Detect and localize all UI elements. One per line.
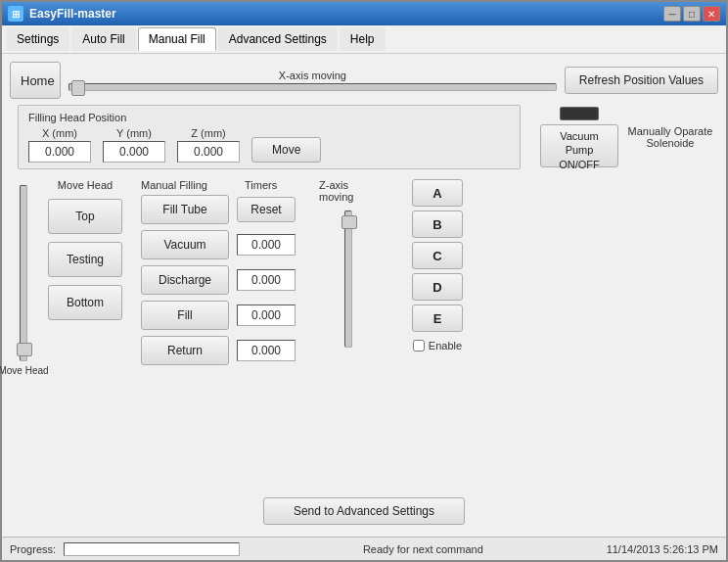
enable-row: Enable — [413, 340, 462, 351]
enable-checkbox[interactable] — [413, 340, 425, 351]
filling-head-section: Filling Head Position X (mm) Y (mm) Z (m… — [18, 105, 521, 169]
yaxis-slider-thumb[interactable] — [17, 343, 32, 356]
window-title: EasyFill-master — [29, 7, 116, 21]
send-advanced-settings-button[interactable]: Send to Advanced Settings — [263, 497, 465, 525]
move-button[interactable]: Move — [251, 137, 321, 163]
yaxis-area: Move Head — [10, 175, 37, 488]
tab-manual-fill[interactable]: Manual Fill — [138, 27, 216, 51]
vacuum-button[interactable]: Vacuum — [141, 230, 229, 259]
progress-bar — [64, 542, 240, 556]
xaxis-slider-track[interactable] — [68, 83, 557, 91]
move-head-title: Move Head — [58, 179, 113, 191]
fill-tube-button[interactable]: Fill Tube — [141, 195, 229, 224]
x-label: X (mm) — [42, 127, 77, 139]
solenoid-spacer: Manually Oparate Solenoide — [626, 125, 714, 149]
return-row: Return — [141, 336, 303, 365]
zaxis-area: Z-axis moving — [319, 179, 378, 488]
filling-timers-header: Manual Filling Timers — [141, 179, 303, 191]
fill-row: Fill — [141, 301, 303, 330]
vacuum-pump-area: Vacuum PumpON/OFF — [540, 107, 618, 167]
discharge-row: Discharge — [141, 265, 303, 295]
bottom-button[interactable]: Bottom — [48, 285, 122, 320]
xaxis-area: X-axis moving — [68, 70, 557, 91]
zaxis-label: Z-axis moving — [319, 179, 378, 203]
solenoid-a-button[interactable]: A — [412, 179, 463, 207]
fill-button[interactable]: Fill — [141, 301, 229, 330]
y-label: Y (mm) — [116, 127, 152, 139]
vacuum-timer-input[interactable] — [237, 234, 296, 256]
fill-tube-row: Fill Tube Reset — [141, 195, 303, 224]
maximize-button[interactable]: □ — [683, 6, 701, 22]
solenoid-d-button[interactable]: D — [412, 273, 463, 301]
return-button[interactable]: Return — [141, 336, 229, 365]
reset-button[interactable]: Reset — [237, 197, 296, 222]
zaxis-slider-thumb[interactable] — [341, 215, 357, 229]
manual-filling-title: Manual Filling — [141, 179, 229, 191]
solenoid-c-button[interactable]: C — [412, 242, 463, 269]
solenoid-b-button[interactable]: B — [412, 211, 463, 238]
z-input[interactable] — [177, 141, 240, 163]
x-input[interactable] — [28, 141, 91, 163]
z-axis-group: Z (mm) — [177, 127, 240, 163]
xaxis-slider-thumb[interactable] — [71, 80, 85, 96]
xaxis-label: X-axis moving — [279, 70, 346, 81]
top-row: Home X-axis moving Refresh Position Valu… — [10, 62, 718, 99]
tab-advanced-settings[interactable]: Advanced Settings — [218, 27, 338, 51]
window-controls: ─ □ ✕ — [663, 6, 720, 22]
status-text: Ready for next command — [248, 543, 599, 555]
refresh-position-button[interactable]: Refresh Position Values — [565, 67, 718, 94]
home-button[interactable]: Home — [10, 62, 61, 99]
vacuum-indicator — [560, 107, 599, 120]
middle-content: Move Head Move Head Top Testing Bottom M… — [10, 175, 718, 488]
testing-button[interactable]: Testing — [48, 242, 122, 277]
fill-timer-input[interactable] — [237, 304, 296, 326]
bottom-area: Send to Advanced Settings — [10, 493, 718, 529]
filling-timers-area: Manual Filling Timers Fill Tube Reset Va… — [141, 179, 303, 488]
datetime-text: 11/14/2013 5:26:13 PM — [607, 543, 718, 555]
close-button[interactable]: ✕ — [703, 6, 720, 22]
y-axis-group: Y (mm) — [103, 127, 165, 163]
discharge-button[interactable]: Discharge — [141, 265, 229, 295]
z-label: Z (mm) — [191, 127, 225, 139]
x-axis-group: X (mm) — [28, 127, 91, 163]
progress-label: Progress: — [10, 543, 56, 555]
tab-auto-fill[interactable]: Auto Fill — [71, 27, 135, 51]
main-window: ⊞ EasyFill-master ─ □ ✕ Settings Auto Fi… — [0, 0, 728, 562]
filling-head-title: Filling Head Position — [28, 112, 510, 123]
zaxis-slider-track[interactable] — [344, 211, 352, 348]
main-content: Home X-axis moving Refresh Position Valu… — [2, 54, 726, 537]
timers-title: Timers — [245, 179, 303, 191]
solenoid-section: A B C D E Enable — [393, 179, 481, 488]
title-bar-left: ⊞ EasyFill-master — [8, 6, 116, 22]
solenoid-header: Manually Oparate Solenoide — [626, 125, 714, 149]
discharge-timer-input[interactable] — [237, 269, 296, 291]
filling-head-row: Filling Head Position X (mm) Y (mm) Z (m… — [10, 105, 718, 169]
menu-bar: Settings Auto Fill Manual Fill Advanced … — [2, 25, 726, 54]
app-icon: ⊞ — [8, 6, 23, 22]
y-input[interactable] — [103, 141, 165, 163]
axis-inputs: X (mm) Y (mm) Z (mm) Move — [28, 127, 510, 163]
vacuum-pump-button[interactable]: Vacuum PumpON/OFF — [540, 124, 618, 167]
return-timer-input[interactable] — [237, 340, 296, 361]
enable-label: Enable — [429, 340, 462, 351]
vacuum-row: Vacuum — [141, 230, 303, 259]
solenoid-e-button[interactable]: E — [412, 304, 463, 332]
top-button[interactable]: Top — [48, 199, 122, 234]
yaxis-slider-track[interactable] — [20, 185, 27, 361]
tab-help[interactable]: Help — [340, 27, 386, 51]
status-bar: Progress: Ready for next command 11/14/2… — [2, 537, 726, 560]
minimize-button[interactable]: ─ — [663, 6, 681, 22]
move-head-section: Move Head Top Testing Bottom — [41, 179, 129, 488]
tab-settings[interactable]: Settings — [6, 27, 69, 51]
title-bar: ⊞ EasyFill-master ─ □ ✕ — [2, 2, 726, 25]
